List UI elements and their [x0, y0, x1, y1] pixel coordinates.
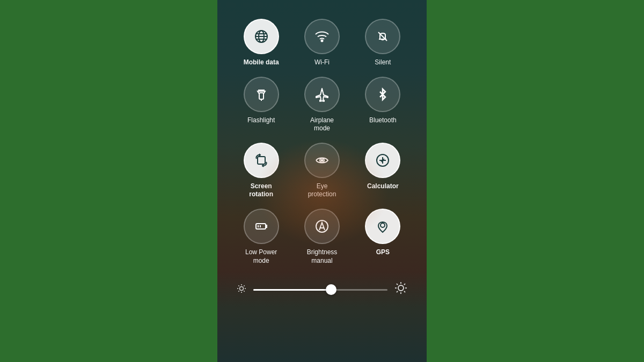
mobile-data-icon-circle: [244, 19, 279, 54]
brightness-section: [233, 281, 411, 298]
control-bluetooth[interactable]: Bluetooth: [355, 77, 411, 133]
calculator-icon: [375, 152, 391, 168]
screen-rotation-icon-circle: [244, 143, 279, 178]
svg-line-31: [244, 285, 244, 286]
bell-slash-icon: [375, 28, 391, 45]
sun-small-icon: [236, 283, 247, 294]
control-silent[interactable]: Silent: [355, 19, 411, 67]
globe-icon: [253, 28, 269, 45]
svg-line-28: [238, 285, 239, 286]
low-power-icon-circle: [244, 209, 279, 244]
eye-protection-icon-circle: [304, 143, 340, 178]
airplane-label: Airplanemode: [310, 116, 334, 133]
calculator-label: Calculator: [367, 182, 399, 191]
rotation-icon: [253, 152, 269, 168]
control-wifi[interactable]: Wi-Fi: [294, 19, 349, 67]
controls-grid: Mobile data Wi-Fi: [233, 19, 411, 265]
svg-point-23: [240, 286, 244, 290]
wifi-icon: [314, 28, 330, 45]
svg-line-39: [397, 291, 398, 292]
svg-rect-7: [259, 93, 264, 99]
bluetooth-icon-circle: [365, 77, 400, 112]
svg-point-12: [321, 159, 323, 161]
svg-point-22: [380, 223, 385, 227]
control-airplane-mode[interactable]: Airplanemode: [294, 77, 349, 133]
flashlight-label: Flashlight: [247, 116, 275, 125]
brightness-manual-icon-circle: [304, 209, 340, 244]
control-calculator[interactable]: Calculator: [355, 143, 411, 199]
calculator-icon-circle: [365, 143, 400, 178]
green-left-bg: [0, 0, 217, 362]
brightness-manual-label: Brightnessmanual: [307, 248, 338, 265]
svg-line-38: [404, 291, 405, 292]
battery-icon: [253, 218, 269, 234]
control-screen-rotation[interactable]: Screenrotation: [233, 143, 289, 199]
location-icon: [375, 218, 391, 234]
wifi-label: Wi-Fi: [314, 58, 330, 67]
sun-large-icon: [394, 281, 408, 295]
brightness-max-icon: [394, 281, 408, 298]
svg-line-29: [244, 291, 244, 291]
control-flashlight[interactable]: Flashlight: [233, 77, 289, 133]
bluetooth-label: Bluetooth: [369, 116, 397, 125]
screen-rotation-label: Screenrotation: [249, 182, 273, 199]
svg-line-37: [397, 284, 398, 285]
svg-point-32: [398, 285, 404, 291]
green-right-bg: [427, 0, 644, 362]
flashlight-icon-circle: [244, 77, 279, 112]
font-a-icon: [314, 218, 330, 234]
svg-rect-10: [258, 157, 265, 164]
svg-line-40: [404, 284, 405, 285]
wifi-icon-circle: [304, 19, 340, 54]
gps-icon-circle: [365, 209, 400, 244]
control-gps[interactable]: GPS: [355, 209, 411, 265]
brightness-slider-track[interactable]: [253, 289, 387, 291]
airplane-icon: [314, 86, 330, 102]
brightness-min-icon: [236, 283, 247, 297]
eye-protection-label: Eyeprotection: [308, 182, 336, 199]
silent-label: Silent: [375, 58, 391, 67]
airplane-icon-circle: [304, 77, 340, 112]
brightness-slider-thumb[interactable]: [326, 284, 336, 295]
brightness-slider-fill: [253, 289, 331, 291]
bluetooth-icon: [375, 86, 391, 102]
phone-panel: Mobile data Wi-Fi: [217, 0, 427, 362]
gps-label: GPS: [376, 248, 390, 257]
svg-point-5: [321, 40, 323, 42]
control-brightness-manual[interactable]: Brightnessmanual: [294, 209, 349, 265]
control-low-power[interactable]: Low Powermode: [233, 209, 289, 265]
control-eye-protection[interactable]: Eyeprotection: [294, 143, 349, 199]
control-mobile-data[interactable]: Mobile data: [233, 19, 289, 67]
svg-line-30: [238, 291, 239, 291]
mobile-data-label: Mobile data: [244, 58, 279, 67]
flashlight-icon: [253, 86, 269, 102]
low-power-label: Low Powermode: [245, 248, 277, 265]
silent-icon-circle: [365, 19, 400, 54]
eye-icon: [314, 152, 330, 168]
